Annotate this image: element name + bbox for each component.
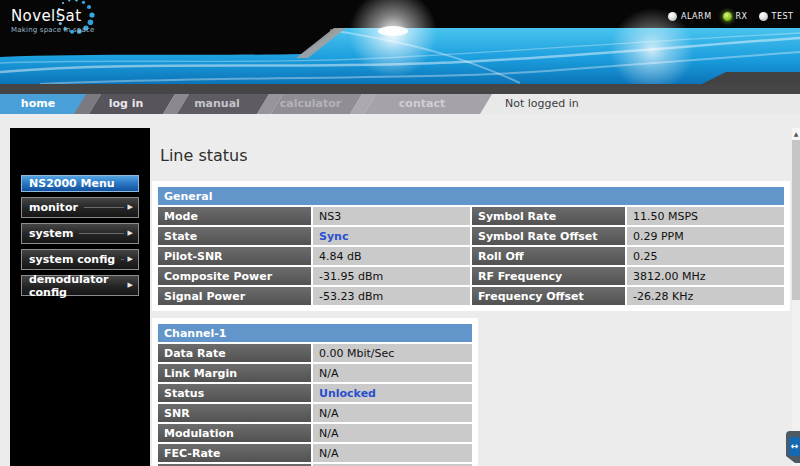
login-status-text: Not logged in	[505, 94, 579, 114]
sidebar-item-label: system	[29, 227, 73, 240]
sidebar-item-system-config[interactable]: system config ▶	[21, 249, 139, 270]
table-row: Mode NS3 Symbol Rate 11.50 MSPS	[158, 207, 784, 225]
channel1-value-cell: 0.00 Mbit/Sec	[313, 344, 472, 362]
channel1-label-cell: SNR	[158, 404, 311, 422]
tab-manual-label: manual	[177, 94, 257, 114]
general-label-cell: Composite Power	[158, 267, 311, 285]
alarm-led: ALARM	[668, 12, 712, 21]
channel1-value-cell: N/A	[313, 444, 472, 462]
rx-led: RX	[723, 12, 748, 21]
general-value-cell: -31.95 dBm	[313, 267, 470, 285]
table-row: Data Rate 0.00 Mbit/Sec	[158, 344, 472, 362]
sidebar-item-system[interactable]: system ▶	[21, 223, 139, 244]
main-nav: home log in manual calculator contact	[0, 94, 800, 114]
submenu-arrow-icon: ▶	[128, 230, 133, 237]
sidebar-item-demodulator-config[interactable]: demodulator config ▶	[21, 275, 139, 296]
channel1-label-cell: Status	[158, 384, 311, 402]
alarm-led-icon	[668, 12, 677, 21]
sidebar-item-label: system config	[29, 253, 115, 266]
tab-home[interactable]: home	[0, 94, 80, 114]
channel1-status-panel: Channel-1 Data Rate 0.00 Mbit/Sec Link M…	[152, 318, 478, 466]
test-led-icon	[759, 12, 768, 21]
vertical-scrollbar[interactable]: ▲	[792, 128, 800, 466]
general-label-cell: Roll Off	[472, 247, 625, 265]
table-row: State Sync Symbol Rate Offset 0.29 PPM	[158, 227, 784, 245]
table-row: Composite Power -31.95 dBm RF Frequency …	[158, 267, 784, 285]
table-row: Pilot-SNR 4.84 dB Roll Off 0.25	[158, 247, 784, 265]
tab-separator	[74, 94, 89, 114]
channel1-label-cell: Data Rate	[158, 344, 311, 362]
table-section-row: General	[158, 187, 784, 205]
channel1-label-cell: FEC-Rate	[158, 444, 311, 462]
channel1-value-cell: N/A	[313, 364, 472, 382]
general-value-cell: 4.84 dB	[313, 247, 470, 265]
general-label-cell: Frequency Offset	[472, 287, 625, 305]
sidebar-item-label: monitor	[29, 201, 78, 214]
tab-manual[interactable]: manual	[177, 94, 257, 114]
tab-separator	[163, 94, 177, 114]
remote-control-overlay-tab[interactable]: ↔	[786, 431, 800, 463]
general-section-header: General	[158, 187, 784, 205]
menu-rule	[84, 207, 124, 208]
tab-separator	[257, 94, 271, 114]
submenu-arrow-icon: ▶	[128, 204, 133, 211]
table-row: Link Margin N/A	[158, 364, 472, 382]
general-status-panel: General Mode NS3 Symbol Rate 11.50 MSPS …	[152, 181, 790, 311]
channel1-value-cell: N/A	[313, 404, 472, 422]
general-value-cell: -53.23 dBm	[313, 287, 470, 305]
channel1-section-header: Channel-1	[158, 324, 472, 342]
channel1-value-cell: N/A	[313, 424, 472, 442]
general-value-cell: 0.25	[627, 247, 784, 265]
table-row: Modulation N/A	[158, 424, 472, 442]
channel1-status-value-cell: Unlocked	[313, 384, 472, 402]
status-led-group: ALARM RX TEST	[668, 12, 794, 21]
general-label-cell: RF Frequency	[472, 267, 625, 285]
tab-contact[interactable]: contact	[364, 94, 480, 114]
scrollbar-thumb[interactable]	[792, 140, 800, 300]
table-row: Signal Power -53.23 dBm Frequency Offset…	[158, 287, 784, 305]
general-status-table: General Mode NS3 Symbol Rate 11.50 MSPS …	[156, 185, 786, 307]
menu-title: NS2000 Menu	[21, 175, 139, 192]
sidebar-item-monitor[interactable]: monitor ▶	[21, 197, 139, 218]
test-led: TEST	[759, 12, 794, 21]
logo-text: NovelSat	[11, 7, 95, 25]
table-row: SNR N/A	[158, 404, 472, 422]
tab-calculator-label: calculator	[271, 94, 350, 114]
tab-calculator[interactable]: calculator	[271, 94, 350, 114]
table-row: Status Unlocked	[158, 384, 472, 402]
logo-tagline: Making space in space	[11, 26, 95, 34]
table-section-row: Channel-1	[158, 324, 472, 342]
general-value-cell: -26.28 KHz	[627, 287, 784, 305]
rx-led-label: RX	[736, 12, 748, 21]
channel1-label-cell: Modulation	[158, 424, 311, 442]
sidebar-item-label: demodulator config	[29, 273, 128, 299]
tab-login-label: log in	[89, 94, 163, 114]
sidebar-panel: NS2000 Menu monitor ▶ system ▶ system co…	[10, 128, 150, 466]
general-value-cell: 11.50 MSPS	[627, 207, 784, 225]
header-banner: NovelSat Making space in space ALARM RX …	[0, 0, 800, 94]
tab-contact-label: contact	[364, 94, 480, 114]
general-label-cell: Pilot-SNR	[158, 247, 311, 265]
alarm-led-label: ALARM	[681, 12, 712, 21]
novelsat-web-ui: NovelSat Making space in space ALARM RX …	[0, 0, 800, 466]
general-value-cell: NS3	[313, 207, 470, 225]
general-value-cell: 0.29 PPM	[627, 227, 784, 245]
submenu-arrow-icon: ▶	[128, 256, 133, 263]
channel1-label-cell: Link Margin	[158, 364, 311, 382]
remote-control-arrows-icon: ↔	[789, 437, 800, 456]
rx-led-icon	[723, 12, 732, 21]
novelsat-logo: NovelSat Making space in space	[11, 7, 95, 34]
menu-rule	[79, 233, 123, 234]
scroll-up-arrow-icon[interactable]: ▲	[792, 128, 800, 140]
general-label-cell: Symbol Rate Offset	[472, 227, 625, 245]
tab-home-label: home	[0, 94, 80, 114]
test-led-label: TEST	[772, 12, 794, 21]
general-label-cell: Symbol Rate	[472, 207, 625, 225]
general-label-cell: State	[158, 227, 311, 245]
page-title: Line status	[160, 146, 248, 165]
table-row: FEC-Rate N/A	[158, 444, 472, 462]
tab-login[interactable]: log in	[89, 94, 163, 114]
menu-rule	[121, 259, 123, 260]
general-value-cell: 3812.00 MHz	[627, 267, 784, 285]
submenu-arrow-icon: ▶	[128, 282, 133, 289]
